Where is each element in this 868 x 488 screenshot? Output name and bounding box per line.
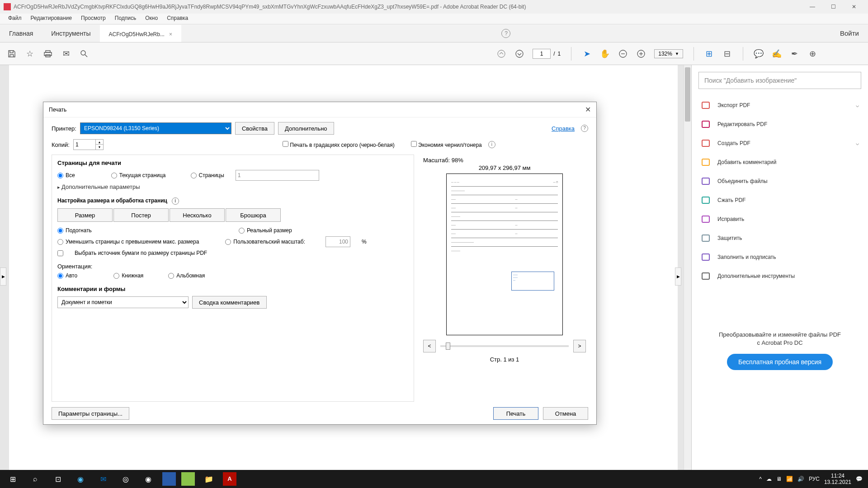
taskview-icon[interactable]: ⊡ xyxy=(47,470,69,488)
tray-cloud-icon[interactable]: ☁ xyxy=(766,476,772,482)
radio-pages[interactable]: Страницы xyxy=(191,172,224,178)
cancel-button[interactable]: Отмена xyxy=(543,407,588,420)
preview-next-button[interactable]: > xyxy=(573,340,586,352)
zoom-dropdown[interactable]: 132%▼ xyxy=(654,49,683,58)
star-icon[interactable]: ☆ xyxy=(25,49,35,59)
comments-select[interactable]: Документ и пометки xyxy=(57,296,189,308)
close-button[interactable]: ✕ xyxy=(844,0,864,14)
zoom-in-icon[interactable] xyxy=(636,49,646,59)
radio-auto[interactable]: Авто xyxy=(57,272,77,279)
tool-item-7[interactable]: Защитить xyxy=(698,229,861,248)
savetoner-checkbox[interactable]: Экономия чернил/тонера xyxy=(411,141,482,148)
zoom-out-icon[interactable] xyxy=(618,49,628,59)
tray-up-icon[interactable]: ^ xyxy=(759,476,762,482)
tab-home[interactable]: Главная xyxy=(0,25,42,42)
page-down-icon[interactable] xyxy=(514,49,524,59)
menu-sign[interactable]: Подпись xyxy=(110,14,141,24)
poster-button[interactable]: Постер xyxy=(113,208,169,222)
highlight-icon[interactable]: ✍ xyxy=(772,49,782,59)
tab-tools[interactable]: Инструменты xyxy=(42,25,99,42)
page-setup-button[interactable]: Параметры страницы... xyxy=(52,407,129,420)
sign-icon[interactable]: ✒ xyxy=(790,49,800,59)
tool-item-5[interactable]: Сжать PDF xyxy=(698,191,861,210)
save-icon[interactable] xyxy=(7,49,17,59)
login-button[interactable]: Войти xyxy=(840,29,859,37)
tool-item-6[interactable]: Исправить xyxy=(698,210,861,229)
tray-clock[interactable]: 11:2413.12.2021 xyxy=(824,473,851,486)
tray-lang[interactable]: РУС xyxy=(809,476,820,482)
radio-fit[interactable]: Подогнать xyxy=(57,227,92,234)
radio-custom[interactable]: Пользовательский масштаб: xyxy=(225,239,305,245)
preview-prev-button[interactable]: < xyxy=(423,340,436,352)
right-panel-toggle[interactable]: ▶ xyxy=(675,267,681,286)
dell-icon[interactable]: ◎ xyxy=(115,470,137,488)
print-icon[interactable] xyxy=(43,49,53,59)
advanced-button[interactable]: Дополнительно xyxy=(278,122,334,135)
left-panel-toggle[interactable]: ▶ xyxy=(0,267,6,286)
booklet-button[interactable]: Брошюра xyxy=(226,208,281,222)
printer-select[interactable]: EPSOND98244 (L3150 Series) xyxy=(80,122,231,134)
tray-wifi-icon[interactable]: 📶 xyxy=(786,476,793,482)
radio-current[interactable]: Текущая страница xyxy=(111,172,166,178)
more-params-toggle[interactable]: Дополнительные параметры xyxy=(57,183,408,190)
help-link[interactable]: Справка xyxy=(552,125,575,132)
comment-icon[interactable]: 💬 xyxy=(754,49,764,59)
page-up-icon[interactable] xyxy=(496,49,506,59)
menu-help[interactable]: Справка xyxy=(162,14,193,24)
tool-item-4[interactable]: Объединить файлы xyxy=(698,172,861,191)
app1-icon[interactable] xyxy=(162,472,176,486)
page-input[interactable] xyxy=(533,49,551,59)
fit-width-icon[interactable]: ⊞ xyxy=(704,49,714,59)
menu-view[interactable]: Просмотр xyxy=(76,14,110,24)
papersource-checkbox[interactable]: Выбрать источник бумаги по размеру стран… xyxy=(57,250,408,256)
tray-net-icon[interactable]: 🖥 xyxy=(776,476,782,482)
radio-portrait[interactable]: Книжная xyxy=(113,272,143,279)
fit-page-icon[interactable]: ⊟ xyxy=(722,49,732,59)
explorer-icon[interactable]: 📁 xyxy=(198,470,220,488)
hand-icon[interactable]: ✋ xyxy=(600,49,610,59)
tool-item-9[interactable]: Дополнительные инструменты xyxy=(698,267,861,286)
pointer-icon[interactable]: ➤ xyxy=(582,49,592,59)
search-tools-input[interactable]: Поиск "Добавить изображение" xyxy=(698,72,861,89)
taskbar-search-icon[interactable]: ⌕ xyxy=(24,470,46,488)
tool-item-2[interactable]: Создать PDF⌵ xyxy=(698,134,861,153)
menu-edit[interactable]: Редактирование xyxy=(26,14,76,24)
comments-summary-button[interactable]: Сводка комментариев xyxy=(192,296,267,309)
trial-button[interactable]: Бесплатная пробная версия xyxy=(727,354,833,370)
multiple-button[interactable]: Несколько xyxy=(170,208,225,222)
size-button[interactable]: Размер xyxy=(57,208,113,222)
help-icon[interactable]: ? xyxy=(501,29,510,38)
edge-icon[interactable]: ◉ xyxy=(70,470,91,488)
print-button[interactable]: Печать xyxy=(493,407,538,420)
tool-item-3[interactable]: Добавить комментарий xyxy=(698,153,861,172)
toner-info-icon[interactable]: i xyxy=(488,141,495,148)
search-icon[interactable] xyxy=(79,49,89,59)
pages-input[interactable] xyxy=(236,170,319,181)
copies-spinner[interactable]: ▲▼ xyxy=(73,139,104,150)
tray-notifications-icon[interactable]: 💬 xyxy=(856,476,863,482)
tool-item-1[interactable]: Редактировать PDF xyxy=(698,115,861,134)
maximize-button[interactable]: ☐ xyxy=(823,0,844,14)
help-info-icon[interactable]: ? xyxy=(581,125,588,132)
tab-close-icon[interactable]: × xyxy=(169,31,172,38)
preview-slider[interactable] xyxy=(440,345,569,347)
tab-document[interactable]: ACFrOgD5HwRJeRb...× xyxy=(100,25,181,42)
chrome-icon[interactable]: ◉ xyxy=(137,470,159,488)
mail-icon[interactable]: ✉ xyxy=(61,49,71,59)
radio-all[interactable]: Все xyxy=(57,172,75,178)
more-tools-icon[interactable]: ⊕ xyxy=(808,49,818,59)
start-button[interactable]: ⊞ xyxy=(2,470,24,488)
minimize-button[interactable]: — xyxy=(802,0,823,14)
menu-window[interactable]: Окно xyxy=(141,14,162,24)
radio-landscape[interactable]: Альбомная xyxy=(168,272,205,279)
menu-file[interactable]: Файл xyxy=(4,14,26,24)
grayscale-checkbox[interactable]: Печать в градациях серого (черно-белая) xyxy=(283,141,395,148)
tray-sound-icon[interactable]: 🔊 xyxy=(797,476,804,482)
tool-item-8[interactable]: Заполнить и подписать xyxy=(698,248,861,267)
dialog-close-icon[interactable]: ✕ xyxy=(585,105,591,114)
properties-button[interactable]: Свойства xyxy=(235,122,274,135)
radio-actual[interactable]: Реальный размер xyxy=(239,227,292,234)
acrobat-taskbar-icon[interactable]: A xyxy=(223,472,236,486)
custom-scale-input[interactable] xyxy=(326,236,350,247)
app2-icon[interactable] xyxy=(181,472,195,486)
